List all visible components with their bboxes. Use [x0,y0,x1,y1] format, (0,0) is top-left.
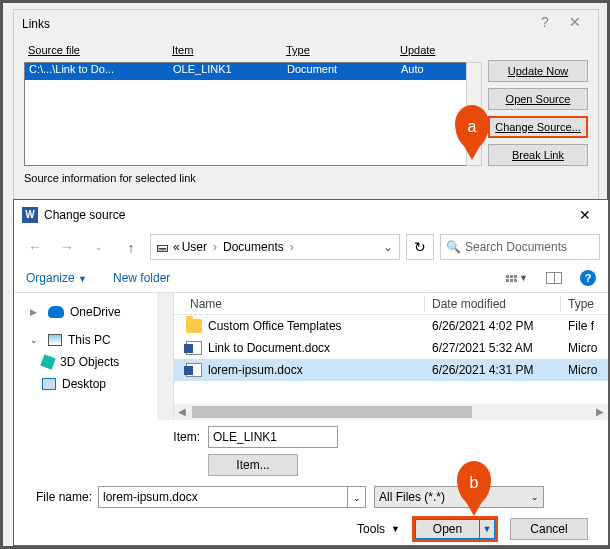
file-date: 6/26/2021 4:02 PM [432,319,533,333]
cancel-button[interactable]: Cancel [510,518,588,540]
close-icon[interactable]: ✕ [560,14,590,34]
search-input[interactable]: 🔍 Search Documents [440,234,600,260]
cube-icon [40,354,55,369]
breadcrumb[interactable]: 🖴 « User › Documents › ⌄ [150,234,400,260]
links-list[interactable]: C:\...\Link to Do... OLE_LINK1 Document … [24,62,466,166]
cell-item: OLE_LINK1 [173,63,232,75]
scroll-left-icon[interactable]: ◀ [174,404,190,420]
forward-button[interactable]: → [54,234,80,260]
scroll-right-icon[interactable]: ▶ [592,404,608,420]
file-row[interactable]: Custom Office Templates 6/26/2021 4:02 P… [174,315,608,337]
document-icon [186,363,202,377]
search-icon: 🔍 [441,240,465,254]
chevron-right-icon: › [290,240,294,254]
file-row[interactable]: lorem-ipsum.docx 6/26/2021 4:31 PM Micro [174,359,608,381]
folder-tree[interactable]: ▶ OneDrive ⌄ This PC 3D Objects Desktop [14,293,174,420]
filetype-value: All Files (*.*) [379,490,445,504]
cloud-icon [48,306,64,318]
file-type: Micro [568,341,597,355]
links-row[interactable]: C:\...\Link to Do... OLE_LINK1 Document … [25,63,466,80]
cs-title: Change source [44,208,570,222]
file-type: Micro [568,363,597,377]
tree-label: OneDrive [70,305,121,319]
up-button[interactable]: ↑ [118,234,144,260]
file-list[interactable]: Name Date modified Type Custom Office Te… [174,293,608,420]
header-source: Source file [28,44,80,56]
help-icon[interactable]: ? [530,14,560,34]
tree-onedrive[interactable]: ▶ OneDrive [14,301,173,323]
open-dropdown-icon[interactable]: ▼ [479,519,495,539]
back-button[interactable]: ← [22,234,48,260]
chevron-down-icon[interactable]: ⌄ [383,240,393,254]
file-name: Custom Office Templates [208,319,342,333]
tree-3d-objects[interactable]: 3D Objects [14,351,173,373]
chevron-down-icon: ▼ [78,274,87,284]
preview-pane-button[interactable] [546,272,562,284]
refresh-button[interactable]: ↻ [406,234,434,260]
open-button[interactable]: Open ▼ [412,516,498,542]
tree-this-pc[interactable]: ⌄ This PC [14,329,173,351]
help-icon[interactable]: ? [580,270,596,286]
cs-titlebar: W Change source ✕ [14,200,608,230]
breadcrumb-sep: « [173,240,180,254]
file-list-header[interactable]: Name Date modified Type [174,293,608,315]
chevron-down-icon: ▼ [391,524,400,534]
desktop-icon [42,378,56,390]
open-source-button[interactable]: Open Source [488,88,588,110]
view-mode-button[interactable]: ▼ [506,273,528,283]
update-now-button[interactable]: Update Now [488,60,588,82]
chevron-down-icon: ⌄ [531,492,539,502]
file-date: 6/27/2021 5:32 AM [432,341,533,355]
tools-menu[interactable]: Tools ▼ [357,522,400,536]
recent-dropdown-icon[interactable]: ⌄ [86,234,112,260]
file-type: File f [568,319,594,333]
links-title: Links [22,17,530,31]
breadcrumb-user[interactable]: User [182,240,207,254]
change-source-button[interactable]: Change Source... [488,116,588,138]
links-titlebar: Links ? ✕ [14,10,598,38]
tree-desktop[interactable]: Desktop [14,373,173,395]
file-name: lorem-ipsum.docx [208,363,303,377]
tree-label: Desktop [62,377,106,391]
change-source-dialog: W Change source ✕ ← → ⌄ ↑ 🖴 « User › Doc… [13,199,609,546]
search-placeholder: Search Documents [465,240,567,254]
item-button[interactable]: Item... [208,454,298,476]
links-footer: Source information for selected link [14,170,598,186]
cell-update: Auto [401,63,424,75]
pc-icon [48,334,62,346]
header-item: Item [172,44,193,56]
tree-label: This PC [68,333,111,347]
chevron-right-icon[interactable]: ▶ [30,307,40,317]
organize-menu[interactable]: Organize ▼ [26,271,87,285]
document-icon [186,341,202,355]
cell-source: C:\...\Link to Do... [29,63,114,75]
word-icon: W [22,207,38,223]
links-headers: Source file Item Type Update [24,44,466,60]
scroll-thumb[interactable] [192,406,472,418]
filename-history-dropdown[interactable]: ⌄ [348,486,366,508]
file-hscrollbar[interactable]: ◀ ▶ [174,404,608,420]
col-date[interactable]: Date modified [432,297,506,311]
filename-input[interactable]: lorem-ipsum.docx [98,486,348,508]
col-name[interactable]: Name [190,297,222,311]
folder-icon [186,319,202,333]
cell-type: Document [287,63,337,75]
links-dialog: Links ? ✕ Source file Item Type Update C… [13,9,599,204]
break-link-button[interactable]: Break Link [488,144,588,166]
item-input[interactable]: OLE_LINK1 [208,426,338,448]
breadcrumb-documents[interactable]: Documents [223,240,284,254]
close-icon[interactable]: ✕ [570,207,600,223]
file-date: 6/26/2021 4:31 PM [432,363,533,377]
file-row[interactable]: Link to Document.docx 6/27/2021 5:32 AM … [174,337,608,359]
header-type: Type [286,44,310,56]
file-name: Link to Document.docx [208,341,330,355]
col-type[interactable]: Type [568,297,594,311]
item-label: Item: [26,430,208,444]
tree-scrollbar[interactable] [157,293,173,420]
new-folder-button[interactable]: New folder [113,271,170,285]
tree-label: 3D Objects [60,355,119,369]
header-update: Update [400,44,435,56]
chevron-down-icon[interactable]: ⌄ [30,335,40,345]
chevron-right-icon: › [213,240,217,254]
filename-label: File name: [26,490,98,504]
